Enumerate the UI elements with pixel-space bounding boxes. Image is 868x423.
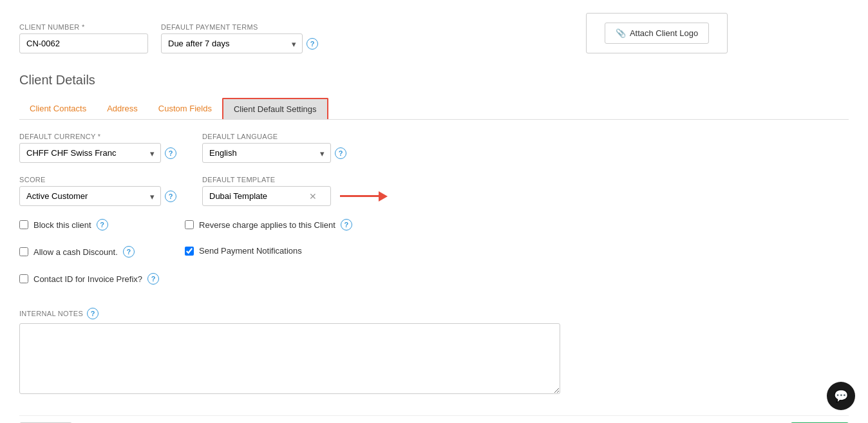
payment-terms-group: DEFAULT PAYMENT TERMS Due after 7 days ? [161,23,318,53]
template-label: DEFAULT TEMPLATE [202,176,388,183]
client-number-label: CLIENT NUMBER * [19,23,148,31]
attach-logo-button[interactable]: 📎 Attach Client Logo [605,23,709,44]
block-client-checkbox[interactable] [19,220,28,229]
tab-client-default-settings[interactable]: Client Default Settings [222,98,328,119]
reverse-charge-row: Reverse charge applies to this Client ? [185,219,352,230]
tab-custom-fields[interactable]: Custom Fields [148,98,222,119]
right-checkboxes: Reverse charge applies to this Client ? … [185,219,352,292]
payment-terms-select[interactable]: Due after 7 days [161,33,303,53]
block-client-help-icon[interactable]: ? [97,219,108,230]
cash-discount-checkbox[interactable] [19,247,28,256]
left-checkboxes: Block this client ? Allow a cash Discoun… [19,219,159,292]
tab-bar: Client Contacts Address Custom Fields Cl… [19,98,849,120]
cash-discount-help-icon[interactable]: ? [123,246,135,258]
language-select[interactable]: English [202,143,331,163]
language-label: DEFAULT LANGUAGE [202,133,346,140]
cash-discount-row: Allow a cash Discount. ? [19,246,159,258]
arrow-indicator [340,191,388,202]
contact-id-checkbox[interactable] [19,274,28,283]
internal-notes-help-icon[interactable]: ? [87,308,99,319]
chat-bubble[interactable]: 💬 [827,382,855,410]
settings-form: DEFAULT CURRENCY * CHFF CHF Swiss Franc … [19,133,849,396]
contact-id-help-icon[interactable]: ? [147,273,159,285]
tab-address[interactable]: Address [97,98,148,119]
reverse-charge-label: Reverse charge applies to this Client [199,220,335,230]
template-group: DEFAULT TEMPLATE Dubai Template ✕ [202,176,388,206]
chat-icon: 💬 [834,389,848,403]
internal-notes-label: INTERNAL NOTES ? [19,308,849,319]
send-payment-label: Send Payment Notifications [199,246,302,256]
client-number-group: CLIENT NUMBER * [19,23,148,53]
payment-terms-help-icon[interactable]: ? [307,38,318,50]
currency-label: DEFAULT CURRENCY * [19,133,176,140]
send-payment-row: Send Payment Notifications [185,246,352,256]
language-group: DEFAULT LANGUAGE English ? [202,133,346,163]
reverse-charge-checkbox[interactable] [185,220,194,229]
score-group: SCORE Active Customer ? [19,176,176,206]
block-client-label: Block this client [33,220,91,230]
score-select[interactable]: Active Customer [19,186,161,206]
internal-notes-section: INTERNAL NOTES ? [19,308,849,396]
paperclip-icon: 📎 [616,28,626,38]
language-help-icon[interactable]: ? [335,147,346,159]
currency-help-icon[interactable]: ? [165,147,176,159]
footer: Cancel Update [19,415,849,423]
cash-discount-label: Allow a cash Discount. [33,247,118,257]
score-label: SCORE [19,176,176,183]
send-payment-checkbox[interactable] [185,247,194,256]
block-client-row: Block this client ? [19,219,159,230]
reverse-charge-help-icon[interactable]: ? [341,219,352,230]
contact-id-row: Contact ID for Invoice Prefix? ? [19,273,159,285]
logo-area: 📎 Attach Client Logo [586,13,728,53]
contact-id-label: Contact ID for Invoice Prefix? [33,274,142,284]
currency-group: DEFAULT CURRENCY * CHFF CHF Swiss Franc … [19,133,176,163]
client-number-input[interactable] [19,33,148,53]
score-help-icon[interactable]: ? [165,191,176,202]
template-clear-button[interactable]: ✕ [309,191,317,202]
checkboxes-container: Block this client ? Allow a cash Discoun… [19,219,849,292]
tab-client-contacts[interactable]: Client Contacts [19,98,97,119]
section-title: Client Details [19,73,849,88]
currency-select[interactable]: CHFF CHF Swiss Franc [19,143,161,163]
internal-notes-textarea[interactable] [19,323,560,394]
payment-terms-label: DEFAULT PAYMENT TERMS [161,23,318,31]
